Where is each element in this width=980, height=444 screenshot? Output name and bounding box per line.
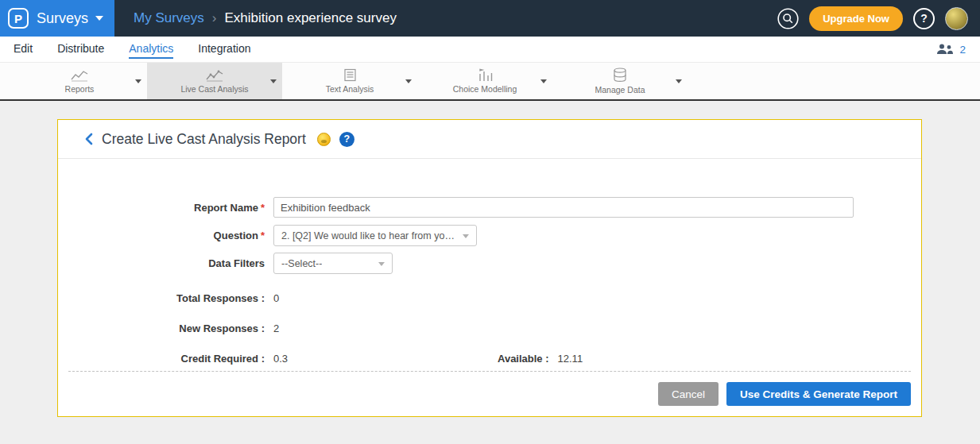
- nav-item-edit[interactable]: Edit: [14, 37, 33, 62]
- new-responses-row: New Responses : 2: [58, 322, 921, 334]
- product-switcher[interactable]: P Surveys: [0, 0, 114, 37]
- product-switcher-label: Surveys: [37, 10, 88, 27]
- total-responses-row: Total Responses : 0: [58, 292, 921, 304]
- app-root: P Surveys My Surveys › Exhibition experi…: [0, 0, 980, 444]
- breadcrumb-current-survey: Exhibition experience survey: [225, 10, 397, 26]
- create-report-panel: Create Live Cast Analysis Report ? Repor…: [57, 119, 922, 417]
- topbar: P Surveys My Surveys › Exhibition experi…: [0, 0, 980, 37]
- chevron-down-icon[interactable]: [405, 79, 412, 83]
- data-filters-select-value: --Select--: [281, 258, 322, 269]
- topbar-actions: Upgrade Now ?: [777, 6, 980, 31]
- new-responses-value: 2: [273, 322, 279, 334]
- credit-required-row: Credit Required : 0.3 Available : 12.11: [58, 353, 921, 365]
- chevron-down-icon: [95, 16, 103, 21]
- survey-nav: Edit Distribute Analytics Integration 2: [0, 37, 980, 63]
- chevron-down-icon[interactable]: [676, 79, 682, 83]
- back-button[interactable]: [84, 133, 93, 145]
- tab-label: Live Cast Analysis: [180, 84, 248, 94]
- tab-reports[interactable]: Reports: [12, 63, 147, 99]
- total-responses-label: Total Responses :: [58, 292, 265, 304]
- main-content: Create Live Cast Analysis Report ? Repor…: [0, 101, 980, 444]
- chevron-down-icon[interactable]: [270, 79, 277, 83]
- chevron-down-icon[interactable]: [540, 79, 547, 83]
- question-select[interactable]: 2. [Q2] We would like to hear from you..…: [273, 225, 477, 246]
- analytics-toolbar: Reports Live Cast Analysis Text Ana: [0, 63, 980, 101]
- panel-footer: Cancel Use Credits & Generate Report: [58, 372, 921, 406]
- panel-help-button[interactable]: ?: [339, 132, 354, 147]
- available-label: Available :: [498, 353, 549, 365]
- credits-coin-icon: [317, 133, 331, 146]
- bar-chart-flag-icon: [477, 68, 493, 82]
- live-cast-chart-icon: [206, 69, 223, 82]
- search-icon: [777, 8, 799, 29]
- data-filters-select[interactable]: --Select--: [273, 253, 393, 274]
- question-row: Question* 2. [Q2] We would like to hear …: [58, 225, 921, 246]
- tab-text-analysis[interactable]: Text Analysis: [282, 63, 417, 99]
- data-filters-label: Data Filters: [58, 257, 265, 269]
- search-button[interactable]: [777, 8, 799, 29]
- total-responses-value: 0: [273, 292, 279, 304]
- tab-label: Text Analysis: [326, 84, 374, 94]
- avatar[interactable]: [945, 7, 968, 30]
- text-document-icon: [343, 68, 357, 82]
- breadcrumb-separator: ›: [212, 10, 217, 26]
- questionpro-logo-icon: P: [0, 0, 37, 37]
- collaborators[interactable]: 2: [936, 37, 966, 62]
- help-button[interactable]: ?: [913, 8, 935, 29]
- required-asterisk: *: [261, 202, 265, 214]
- breadcrumb-my-surveys[interactable]: My Surveys: [134, 10, 204, 26]
- required-asterisk: *: [261, 230, 265, 241]
- logo-letter: P: [8, 8, 29, 29]
- cancel-button[interactable]: Cancel: [658, 382, 719, 406]
- nav-item-label: Distribute: [57, 41, 104, 59]
- breadcrumb: My Surveys › Exhibition experience surve…: [134, 10, 397, 26]
- line-chart-icon: [71, 69, 88, 82]
- people-icon: [936, 44, 954, 55]
- chevron-down-icon[interactable]: [135, 79, 141, 83]
- nav-item-analytics[interactable]: Analytics: [129, 37, 173, 62]
- tab-label: Choice Modelling: [453, 84, 517, 94]
- database-icon: [613, 68, 627, 83]
- nav-item-label: Integration: [198, 41, 250, 59]
- tab-manage-data[interactable]: Manage Data: [552, 63, 688, 99]
- chevron-left-icon: [84, 133, 93, 145]
- new-responses-label: New Responses :: [58, 322, 265, 334]
- question-select-value: 2. [Q2] We would like to hear from you..…: [281, 230, 455, 241]
- report-name-label: Report Name*: [58, 202, 265, 214]
- question-label: Question*: [58, 230, 265, 241]
- generate-report-button[interactable]: Use Credits & Generate Report: [726, 382, 911, 406]
- nav-item-integration[interactable]: Integration: [198, 37, 250, 62]
- report-name-row: Report Name*: [58, 197, 921, 218]
- tab-label: Manage Data: [595, 85, 645, 95]
- upgrade-now-button[interactable]: Upgrade Now: [809, 6, 903, 31]
- credit-required-label: Credit Required :: [58, 353, 265, 365]
- nav-item-distribute[interactable]: Distribute: [57, 37, 104, 62]
- collaborators-count: 2: [959, 44, 966, 56]
- tab-label: Reports: [65, 84, 95, 94]
- report-name-input[interactable]: [273, 197, 854, 218]
- available-value: 12.11: [558, 353, 583, 365]
- report-form: Report Name* Question* 2. [Q2] We would …: [58, 159, 921, 365]
- page-title: Create Live Cast Analysis Report: [102, 131, 306, 148]
- panel-header: Create Live Cast Analysis Report ?: [58, 120, 921, 159]
- data-filters-row: Data Filters --Select--: [58, 253, 921, 274]
- tab-choice-modelling[interactable]: Choice Modelling: [417, 63, 552, 99]
- nav-item-label: Analytics: [129, 41, 173, 59]
- nav-item-label: Edit: [14, 41, 33, 59]
- tab-live-cast-analysis[interactable]: Live Cast Analysis: [147, 63, 282, 99]
- credit-required-value: 0.3: [273, 353, 498, 365]
